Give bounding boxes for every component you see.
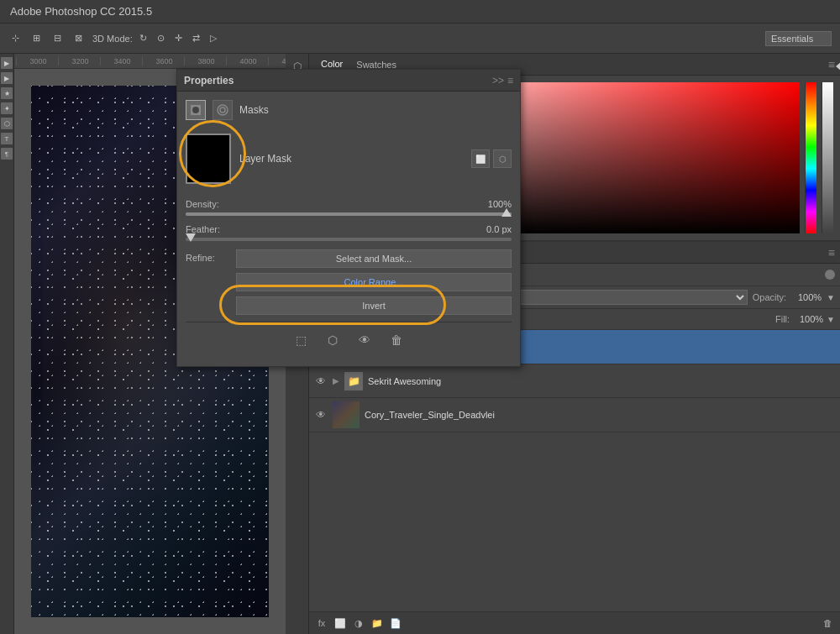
horizontal-ruler: 3000 3200 3400 3600 3800 4000 4200 4400 … [14,54,286,69]
props-menu-icon[interactable]: ≡ [507,75,513,86]
layer-type-icon-sekrit: 📁 [344,372,363,390]
left-tool-1[interactable]: ▶ [1,57,13,69]
ruler-mark: 3800 [184,57,226,65]
density-label: Density: [186,199,219,209]
ruler-mark: 3200 [58,57,100,65]
density-label-row: Density: 100% [186,199,512,209]
camera-icon[interactable]: ▷ [207,31,220,45]
properties-header-icons: >> ≡ [492,75,513,86]
layer-thumb-cory [333,401,360,428]
delete-layer-icon[interactable]: 🗑 [820,616,835,631]
workspace-select[interactable]: Essentials [765,31,832,46]
density-fill [186,212,512,216]
slide-icon[interactable]: ⇄ [189,31,203,45]
refine-label: Refine: [186,249,228,263]
app-title: Adobe Photoshop CC 2015.5 [10,5,152,18]
fill-value: 100% [793,314,823,324]
orbit-icon[interactable]: ⊙ [154,31,168,45]
left-toolbar: ▶ ▶ ★ ✦ ⬡ T ¶ [0,54,14,634]
left-tool-3[interactable]: ★ [1,87,13,99]
layer-visibility-sekrit[interactable]: 👁 [314,375,328,388]
ruler-mark: 3000 [16,57,58,65]
layer-visibility-cory[interactable]: 👁 [314,408,328,422]
properties-title: Properties [184,75,234,86]
ruler-mark: 3400 [100,57,142,65]
mask-type-label: Masks [239,104,269,116]
properties-content: Masks Layer Mask ⬜ ⬡ Density: 100% [177,92,520,366]
refine-section: Refine: Select and Mask... Color Range..… [186,249,512,315]
ruler-mark: 4200 [268,57,286,65]
title-bar: Adobe Photoshop CC 2015.5 [0,0,840,24]
mask-type-row: Masks [186,100,512,120]
apply-mask-bottom-icon[interactable]: ⬡ [323,331,342,349]
svg-point-5 [218,105,228,115]
layers-bottom-toolbar: fx ⬜ ◑ 📁 📄 🗑 [309,611,840,634]
feather-slider-row: Feather: 0.0 px [186,224,512,241]
color-panel-menu[interactable]: ≡ [828,58,835,71]
selection-from-mask-icon[interactable]: ⬚ [291,331,310,349]
layers-panel-menu[interactable]: ≡ [828,246,835,259]
new-group-icon[interactable]: 📁 [370,616,385,631]
filter-toggle-dot[interactable] [825,270,835,280]
properties-panel: Properties >> ≡ Masks [176,69,521,367]
density-track[interactable] [186,212,512,216]
ruler-mark: 3600 [142,57,184,65]
mask-preview-area: Layer Mask ⬜ ⬡ [186,130,512,187]
mask-action-icons: ⬜ ⬡ [471,149,512,168]
opacity-slider[interactable] [822,82,833,233]
hue-slider[interactable] [805,82,816,233]
density-slider-row: Density: 100% [186,199,512,216]
color-range-button[interactable]: Color Range... [236,273,512,291]
tool2-icon[interactable]: ⊞ [29,31,44,45]
add-style-icon[interactable]: fx [314,616,329,631]
add-mask-icon[interactable]: ⬜ [333,616,348,631]
group-expand-arrow[interactable]: ▶ [333,376,339,385]
show-mask-icon[interactable]: 👁 [355,331,374,349]
refine-buttons: Select and Mask... Color Range... Invert [236,249,512,315]
feather-value: 0.0 px [486,224,512,234]
density-thumb[interactable] [501,208,512,217]
svg-point-4 [192,107,199,113]
vector-mask-btn[interactable] [213,100,233,120]
delete-mask-icon[interactable]: 🗑 [387,331,406,349]
three-d-label: 3D Mode: [92,34,133,44]
tool4-icon[interactable]: ⊠ [71,31,86,45]
new-fill-icon[interactable]: ◑ [351,616,366,631]
ruler-marks: 3000 3200 3400 3600 3800 4000 4200 4400 … [14,57,286,65]
three-d-mode: 3D Mode: ↻ ⊙ ✛ ⇄ ▷ [92,31,220,45]
move-tool-icon[interactable]: ⊹ [8,31,23,45]
rotate-icon[interactable]: ↻ [136,31,150,45]
opacity-value: 100% [791,292,822,302]
opacity-label: Opacity: [753,292,786,302]
layer-name-cory: Cory_Traveler_Single_Deadvlei [365,410,835,420]
opacity-dropdown-arrow[interactable]: ▼ [827,293,835,302]
left-tool-2[interactable]: ▶ [1,72,13,84]
layer-name-sekrit: Sekrit Awesoming [368,376,835,386]
properties-panel-header: Properties >> ≡ [177,70,520,92]
layer-item-cory[interactable]: 👁 Cory_Traveler_Single_Deadvlei [309,398,840,432]
svg-point-6 [220,107,225,113]
pan-icon[interactable]: ✛ [171,31,186,45]
fill-label: Fill: [775,314,790,324]
mask-preview-thumb[interactable] [186,134,231,184]
fill-dropdown-arrow[interactable]: ▼ [827,315,835,324]
new-layer-icon[interactable]: 📄 [388,616,403,631]
toolbar: ⊹ ⊞ ⊟ ⊠ 3D Mode: ↻ ⊙ ✛ ⇄ ▷ Essentials [0,24,840,54]
left-tool-5[interactable]: ⬡ [1,118,13,129]
left-tool-7[interactable]: ¶ [1,148,13,160]
left-tool-4[interactable]: ✦ [1,102,13,114]
invert-button[interactable]: Invert [236,296,512,315]
feather-thumb[interactable] [186,233,196,242]
layer-item-sekrit[interactable]: 👁 ▶ 📁 Sekrit Awesoming [309,364,840,398]
props-expand-icon[interactable]: >> [492,75,504,86]
pixel-mask-btn[interactable] [186,100,206,120]
apply-mask-icon[interactable]: ⬡ [493,149,512,168]
select-mask-button[interactable]: Select and Mask... [236,249,512,268]
properties-bottom-toolbar: ⬚ ⬡ 👁 🗑 [186,322,512,358]
tool3-icon[interactable]: ⊟ [50,31,65,45]
feather-label-row: Feather: 0.0 px [186,224,512,234]
left-tool-6[interactable]: T [1,133,13,144]
feather-track[interactable] [186,238,512,241]
select-mask-view-icon[interactable]: ⬜ [471,149,490,168]
hue-arrow [836,62,840,71]
